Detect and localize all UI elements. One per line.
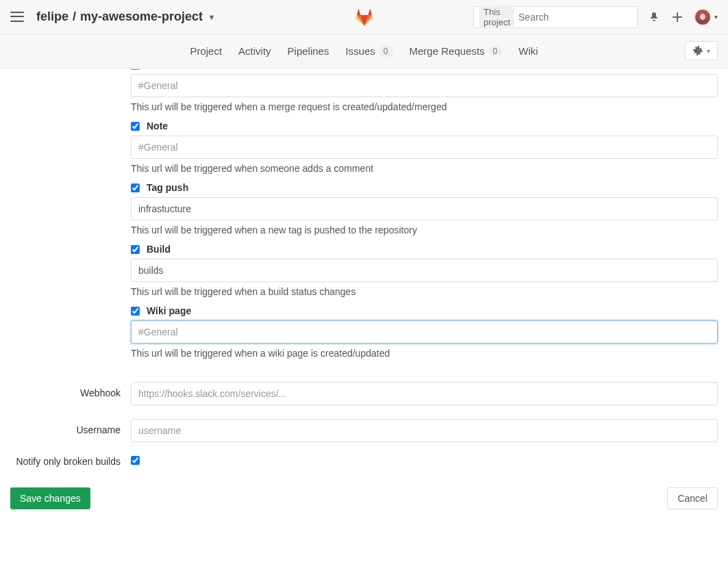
plus-icon[interactable] (670, 10, 684, 24)
field-merge-request: Merge request This url will be triggered… (131, 64, 718, 112)
nav-wiki[interactable]: Wiki (518, 45, 538, 57)
search-scope: This project (479, 5, 514, 29)
note-channel-input[interactable] (131, 136, 718, 159)
gitlab-logo[interactable] (355, 8, 374, 27)
nav-activity[interactable]: Activity (238, 45, 271, 57)
chevron-down-icon[interactable]: ▾ (210, 12, 214, 22)
webhook-input[interactable] (131, 382, 718, 405)
wiki-page-checkbox[interactable] (131, 307, 140, 316)
project-nav: Project Activity Pipelines Issues 0 Merg… (0, 34, 728, 68)
field-tag-push: Tag push This url will be triggered when… (131, 182, 718, 235)
breadcrumb[interactable]: felipe / my-awesome-project ▾ (36, 10, 214, 24)
save-button[interactable]: Save changes (10, 487, 90, 509)
gear-icon (692, 45, 703, 56)
menu-icon[interactable] (10, 10, 24, 24)
nav-merge-requests[interactable]: Merge Requests 0 (410, 45, 503, 57)
field-build: Build This url will be triggered when a … (131, 244, 718, 297)
user-menu[interactable]: ▾ (694, 8, 718, 26)
note-help: This url will be triggered when someone … (131, 163, 718, 174)
search-input[interactable] (518, 12, 638, 23)
notify-broken-label: Notify only broken builds (10, 456, 131, 467)
build-checkbox[interactable] (131, 245, 140, 254)
cancel-button[interactable]: Cancel (667, 487, 718, 509)
avatar (694, 8, 712, 26)
username-input[interactable] (131, 419, 718, 442)
search-box[interactable]: This project (473, 6, 638, 28)
build-help: This url will be triggered when a build … (131, 286, 718, 297)
build-label: Build (147, 244, 171, 255)
wiki-page-channel-input[interactable] (131, 320, 718, 344)
top-header: felipe / my-awesome-project ▾ This proje… (0, 0, 728, 34)
header-tools: This project ▾ (473, 6, 718, 28)
merge-requests-count: 0 (488, 46, 503, 57)
merge-request-help: This url will be triggered when a merge … (131, 101, 718, 112)
breadcrumb-sep: / (73, 10, 76, 24)
breadcrumb-owner: felipe (36, 10, 68, 24)
bell-icon[interactable] (647, 10, 661, 24)
tag-push-help: This url will be triggered when a new ta… (131, 225, 718, 235)
nav-project[interactable]: Project (190, 45, 222, 57)
notify-broken-checkbox[interactable] (131, 456, 140, 465)
issues-count: 0 (379, 46, 393, 57)
field-note: Note This url will be triggered when som… (131, 120, 718, 174)
tag-push-label: Tag push (147, 182, 188, 193)
tag-push-checkbox[interactable] (131, 183, 140, 192)
wiki-page-help: This url will be triggered when a wiki p… (131, 348, 718, 359)
form-area: Merge request This url will be triggered… (0, 64, 728, 537)
nav-issues[interactable]: Issues 0 (345, 45, 392, 57)
note-label: Note (147, 120, 168, 131)
settings-dropdown[interactable]: ▾ (685, 41, 718, 60)
webhook-label: Webhook (10, 382, 131, 398)
caret-down-icon: ▾ (707, 47, 710, 55)
tag-push-channel-input[interactable] (131, 197, 718, 220)
nav-pipelines[interactable]: Pipelines (288, 45, 329, 57)
form-actions: Save changes Cancel (10, 487, 718, 509)
note-checkbox[interactable] (131, 122, 140, 131)
field-wiki-page: Wiki page This url will be triggered whe… (131, 305, 718, 359)
merge-request-channel-input[interactable] (131, 74, 718, 97)
username-label: Username (10, 419, 131, 435)
caret-down-icon: ▾ (714, 13, 718, 21)
wiki-page-label: Wiki page (147, 305, 191, 316)
breadcrumb-project: my-awesome-project (80, 10, 203, 24)
build-channel-input[interactable] (131, 259, 718, 282)
